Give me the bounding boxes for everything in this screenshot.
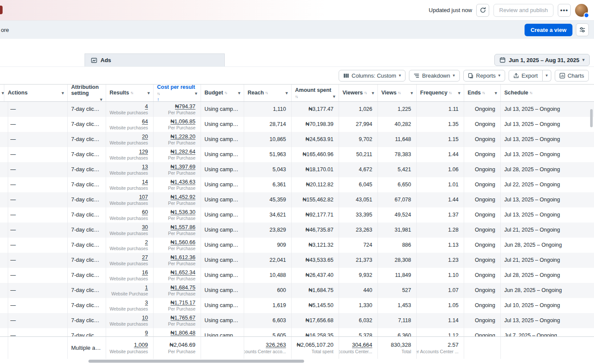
cell-reach: 909: [244, 238, 292, 253]
cell-cost-per-result[interactable]: ₦1,397.69Per Purchase: [154, 162, 201, 177]
cell-results[interactable]: 1Website Purchase: [106, 283, 154, 298]
more-options-button[interactable]: •••: [558, 4, 571, 17]
table-row[interactable]: — 7-day click, 1-... 20Website purchases…: [0, 132, 594, 147]
cell-budget: Using campaign...: [201, 268, 244, 283]
date-range-button[interactable]: Jun 1, 2025 – Aug 31, 2025 ▾: [494, 54, 590, 66]
view-settings-button[interactable]: [576, 23, 589, 36]
table-row[interactable]: — 7-day click, 1-... 9Website purchases …: [0, 328, 594, 336]
totals-results[interactable]: 1,009Website purchases: [106, 337, 154, 359]
col-header-frequency[interactable]: Frequency ↑↓ ▾: [417, 85, 464, 101]
cell-results[interactable]: 107Website purchases: [106, 192, 154, 207]
tab-ads[interactable]: Ads: [85, 53, 225, 66]
cell-ends: Ongoing: [464, 207, 501, 223]
cell-cost-per-result[interactable]: ₦1,560.66Per Purchase: [154, 238, 201, 253]
cell-amount-spent: ₦16,258.35: [292, 328, 339, 336]
cell-results[interactable]: 129Website purchases: [106, 147, 154, 162]
cell-schedule: Jul 13, 2025 – Ongoing: [501, 192, 594, 207]
table-row[interactable]: — 7-day click or ... 13Website purchases…: [0, 162, 594, 177]
table-row[interactable]: — 7-day click, 1-... 10Website purchases…: [0, 313, 594, 328]
cell-amount-spent: ₦18,170.01: [292, 162, 339, 177]
table-row[interactable]: — 7-day click or ... 3Website purchases …: [0, 298, 594, 313]
cell-cost-per-result[interactable]: ₦1,452.92Per Purchase: [154, 192, 201, 207]
cell-cost-per-result[interactable]: ₦1,715.17Per Purchase: [154, 298, 201, 313]
col-header-actions[interactable]: Actions ▾: [4, 85, 68, 101]
charts-button[interactable]: Charts: [555, 70, 589, 82]
table-row[interactable]: — 7-day click, 1-... 64Website purchases…: [0, 117, 594, 132]
col-header-amount-spent[interactable]: Amount spent ↑↓ ▾: [292, 85, 339, 101]
cell-cost-per-result[interactable]: ₦1,765.67Per Purchase: [154, 313, 201, 328]
col-header-clipped[interactable]: ▾: [0, 85, 4, 101]
cell-frequency: 1.23: [417, 253, 464, 268]
charts-icon: [559, 73, 565, 78]
cell-reach: 23,829: [244, 223, 292, 238]
horizontal-scrollbar[interactable]: [88, 360, 304, 363]
table-row[interactable]: — 7-day click or ... 16Website purchases…: [0, 268, 594, 283]
cell-actions: —: [4, 207, 68, 223]
cell-results[interactable]: 64Website purchases: [106, 117, 154, 132]
cell-results[interactable]: 14Website purchases: [106, 177, 154, 192]
cell-results[interactable]: 9Website purchases: [106, 328, 154, 336]
vertical-scrollbar[interactable]: [590, 109, 593, 127]
cell-schedule: Jul 21, 2025 – Ongoing: [501, 223, 594, 238]
cell-results[interactable]: 2Website purchases: [106, 238, 154, 253]
totals-budget: [201, 337, 244, 359]
cell-cost-per-result[interactable]: ₦1,652.34Per Purchase: [154, 268, 201, 283]
table-row[interactable]: — 7-day click or ... 27Website purchases…: [0, 253, 594, 268]
col-header-reach[interactable]: Reach ↑↓ ▾: [244, 85, 292, 101]
cell-cost-per-result[interactable]: ₦1,096.85Per Purchase: [154, 117, 201, 132]
review-publish-button[interactable]: Review and publish: [493, 4, 553, 17]
col-header-viewers[interactable]: Viewers ↑↓ ▾: [339, 85, 378, 101]
cell-viewers: 21,373: [339, 253, 378, 268]
table-row[interactable]: — 7-day click, 1-... 60Website purchases…: [0, 207, 594, 223]
ads-tab-icon: [91, 57, 97, 63]
export-options-button[interactable]: ▾: [543, 70, 551, 82]
table-row[interactable]: — 7-day click, 1-... 1Website Purchase ₦…: [0, 283, 594, 298]
cell-results[interactable]: 30Website purchases: [106, 223, 154, 238]
tab-adsets-partial[interactable]: [0, 53, 85, 66]
table-row[interactable]: — 7-day click or ... 14Website purchases…: [0, 177, 594, 192]
cell-cost-per-result[interactable]: ₦1,557.86Per Purchase: [154, 223, 201, 238]
cell-results[interactable]: 3Website purchases: [106, 298, 154, 313]
table-row[interactable]: — 7-day click, 1-... 129Website purchase…: [0, 147, 594, 162]
refresh-button[interactable]: [476, 4, 489, 17]
col-header-budget[interactable]: Budget ↑↓ ▾: [201, 85, 244, 101]
cell-frequency: 1.01: [417, 177, 464, 192]
cell-cost-per-result[interactable]: ₦1,282.64Per Purchase: [154, 147, 201, 162]
cell-budget: Using campaign...: [201, 177, 244, 192]
cell-results[interactable]: 13Website purchases: [106, 162, 154, 177]
cell-results[interactable]: 27Website purchases: [106, 253, 154, 268]
cell-frequency: 1.35: [417, 117, 464, 132]
col-header-ends[interactable]: Ends ↑↓ ▾: [464, 85, 501, 101]
cell-results[interactable]: 4Website purchases: [106, 102, 154, 117]
totals-viewers[interactable]: 304,664Accounts Center...: [339, 337, 378, 359]
cell-cost-per-result[interactable]: ₦1,806.48Per Purchase: [154, 328, 201, 336]
cell-cost-per-result[interactable]: ₦794.37Per Purchase: [154, 102, 201, 117]
reports-button[interactable]: Reports ▾: [463, 70, 506, 82]
col-header-results[interactable]: Results ↑↓ ▾: [106, 85, 154, 101]
cell-cost-per-result[interactable]: ₦1,228.20Per Purchase: [154, 132, 201, 147]
table-row[interactable]: — 7-day click, 1-... 107Website purchase…: [0, 192, 594, 207]
table-row[interactable]: — 7-day click, 1-... 4Website purchases …: [0, 102, 594, 117]
cell-cost-per-result[interactable]: ₦1,684.75Per Purchase: [154, 283, 201, 298]
cell-views: 886: [378, 238, 417, 253]
create-view-button[interactable]: Create a view: [525, 24, 572, 36]
table-row[interactable]: — 7-day click, 1-... 2Website purchases …: [0, 238, 594, 253]
table-row[interactable]: — 7-day click or ... 30Website purchases…: [0, 223, 594, 238]
cell-results[interactable]: 20Website purchases: [106, 132, 154, 147]
columns-button[interactable]: Columns: Custom ▾: [339, 70, 405, 82]
avatar[interactable]: [575, 4, 588, 17]
cell-cost-per-result[interactable]: ₦1,536.30Per Purchase: [154, 207, 201, 223]
cell-views: 1,225: [378, 102, 417, 117]
col-header-attribution[interactable]: Attribution setting ▾: [68, 85, 106, 101]
cell-results[interactable]: 16Website purchases: [106, 268, 154, 283]
cell-cost-per-result[interactable]: ₦1,612.36Per Purchase: [154, 253, 201, 268]
cell-results[interactable]: 60Website purchases: [106, 207, 154, 223]
col-header-cost-per-result[interactable]: Cost per result ↑↓ ▾ ↑: [154, 85, 201, 101]
export-button[interactable]: Export: [509, 70, 543, 82]
cell-results[interactable]: 10Website purchases: [106, 313, 154, 328]
col-header-views[interactable]: Views ↑↓ ▾: [378, 85, 417, 101]
cell-cost-per-result[interactable]: ₦1,436.63Per Purchase: [154, 177, 201, 192]
breakdown-button[interactable]: Breakdown ▾: [409, 70, 459, 82]
totals-reach[interactable]: 326,263Accounts Center acco...: [244, 337, 292, 359]
col-header-schedule[interactable]: Schedule ↑↓: [501, 85, 594, 101]
